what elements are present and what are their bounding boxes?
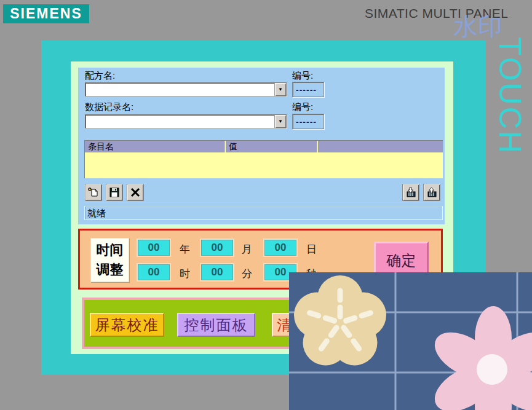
control-panel-button[interactable]: 控制面板 [177,313,255,337]
recipe-number-field: ------ [292,82,324,97]
month-unit-label: 月 [242,242,252,256]
recipe-name-label: 配方名: [85,70,115,82]
chevron-down-icon[interactable]: ▼ [274,83,286,96]
save-record-button[interactable] [106,184,123,201]
record-name-label: 数据记录名: [85,101,133,113]
minute-unit-label: 分 [242,267,252,281]
recipe-number-label: 编号: [292,70,313,82]
hour-unit-label: 时 [180,267,190,281]
watermark-text: 水印 [453,10,502,44]
flower-pattern-graphic [289,272,532,410]
recipe-view: 配方名: ▼ 编号: ------ 数据记录名: ▼ 编号: ------ 条目… [78,68,445,224]
siemens-logo: SIEMENS [3,4,89,23]
touch-side-label: TOUCH [488,37,528,172]
cream-blossom [294,275,386,365]
transfer-to-plc-button[interactable] [402,184,419,201]
column-header-blank [318,141,443,152]
record-name-combobox[interactable]: ▼ [85,114,287,128]
status-bar: 就绪 [84,206,443,220]
upload-from-plc-icon [426,186,438,199]
recipe-entries-table: 条目名 值 [84,140,443,178]
screen-calibrate-button[interactable]: 屏幕校准 [90,313,164,337]
chevron-down-icon[interactable]: ▼ [274,115,286,128]
delete-record-button[interactable] [127,184,144,201]
year-unit-label: 年 [180,242,190,256]
minute-field[interactable]: 00 [200,263,234,282]
day-unit-label: 日 [306,242,317,256]
download-to-plc-icon [405,186,417,199]
recipe-name-combobox[interactable]: ▼ [85,82,287,97]
new-record-button[interactable] [85,184,102,201]
hour-field[interactable]: 00 [137,263,171,282]
pink-flower [427,306,532,410]
new-record-icon [87,186,100,199]
record-number-label: 编号: [292,101,313,113]
record-number-field: ------ [292,114,324,129]
record-name-value[interactable] [85,115,274,128]
time-title-line2: 调整 [91,260,129,280]
save-icon [108,186,121,199]
year-field[interactable]: 00 [137,239,171,257]
day-field[interactable]: 00 [263,239,298,257]
delete-x-icon [129,186,141,199]
recipe-entries-list[interactable] [85,152,443,178]
flower-pattern-image [289,272,532,410]
time-adjust-title: 时间 调整 [90,238,129,282]
month-field[interactable]: 00 [200,239,234,257]
column-header-value: 值 [226,141,317,152]
time-title-line1: 时间 [91,240,129,260]
transfer-from-plc-button[interactable] [423,184,440,201]
recipe-name-value[interactable] [85,83,274,96]
column-header-entry: 条目名 [85,141,225,152]
